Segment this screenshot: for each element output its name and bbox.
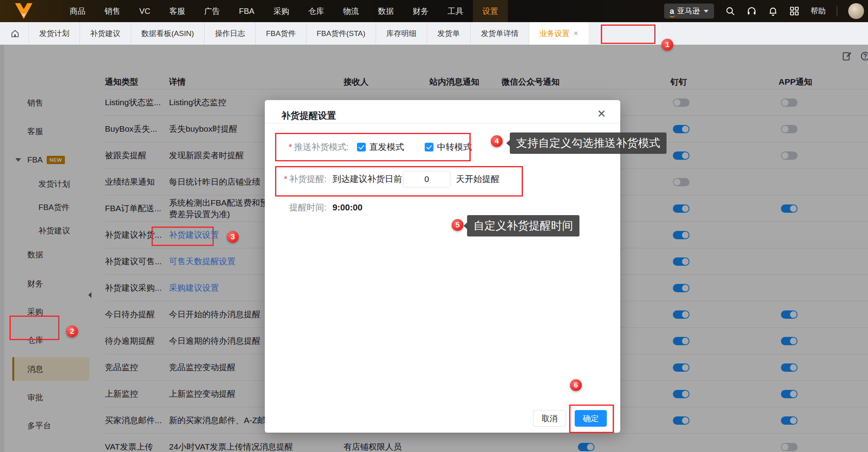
tab-bar: 发货计划 补货建议 数据看板(ASIN) 操作日志 FBA货件 FBA货件(ST… <box>0 22 868 45</box>
tab-fba-shipment[interactable]: FBA货件 <box>255 22 306 45</box>
chevron-down-icon <box>704 10 708 13</box>
nav-item-ads[interactable]: 广告 <box>195 0 230 22</box>
annotation-box-restock-link <box>152 227 214 246</box>
top-nav-right: a 亚马逊 帮助 <box>664 3 868 19</box>
marketplace-label: 亚马逊 <box>677 6 700 16</box>
annotation-step-4: 4 <box>491 135 503 147</box>
apps-grid-icon[interactable] <box>789 6 800 16</box>
nav-item-data[interactable]: 数据 <box>368 0 403 22</box>
reminder-time-label: 提醒时间: <box>279 202 327 214</box>
annotation-step-1: 1 <box>661 39 673 51</box>
divider <box>837 6 837 16</box>
help-link[interactable]: 帮助 <box>811 6 826 16</box>
nav-item-finance[interactable]: 财务 <box>403 0 438 22</box>
nav-item-tools[interactable]: 工具 <box>438 0 473 22</box>
nav-item-vc[interactable]: VC <box>130 0 160 22</box>
headset-icon[interactable] <box>746 6 757 16</box>
nav-item-settings[interactable]: 设置 <box>473 0 508 22</box>
top-nav: 商品 销售 VC 客服 广告 FBA 采购 仓库 物流 数据 财务 工具 设置 … <box>0 0 868 22</box>
cancel-button[interactable]: 取消 <box>533 410 566 427</box>
divider <box>265 123 620 123</box>
notification-bell-icon[interactable] <box>768 6 778 16</box>
nav-item-purchase[interactable]: 采购 <box>264 0 299 22</box>
user-avatar[interactable] <box>848 3 864 19</box>
annotation-box-messages <box>9 316 59 340</box>
reminder-time-field: 提醒时间: 9:00:00 <box>279 199 363 216</box>
nav-item-products[interactable]: 商品 <box>60 0 95 22</box>
brand-logo-icon[interactable] <box>12 2 36 20</box>
nav-item-fba[interactable]: FBA <box>230 0 264 22</box>
dialog-title: 补货提醒设置 <box>281 110 336 122</box>
annotation-tooltip-5: 自定义补货提醒时间 <box>467 215 579 236</box>
app-window: 商品 销售 VC 客服 广告 FBA 采购 仓库 物流 数据 财务 工具 设置 … <box>0 0 868 452</box>
annotation-tooltip-4: 支持自定义勾选推送补货模式 <box>510 132 667 154</box>
tab-close-icon[interactable]: × <box>574 29 578 38</box>
home-icon <box>10 29 20 38</box>
marketplace-selector[interactable]: a 亚马逊 <box>664 4 714 19</box>
tab-restock-suggestion[interactable]: 补货建议 <box>80 22 131 45</box>
nav-item-sales[interactable]: 销售 <box>95 0 130 22</box>
annotation-step-6: 6 <box>570 379 582 391</box>
annotation-box-reminder <box>275 166 523 197</box>
annotation-step-2: 2 <box>66 325 78 337</box>
reminder-time-value: 9:00:00 <box>332 202 363 213</box>
tab-inventory-detail[interactable]: 库存明细 <box>376 22 427 45</box>
annotation-box-active-tab <box>601 25 655 44</box>
nav-item-service[interactable]: 客服 <box>160 0 195 22</box>
search-icon[interactable] <box>725 6 735 16</box>
nav-item-warehouse[interactable]: 仓库 <box>299 0 334 22</box>
annotation-step-3: 3 <box>227 231 239 243</box>
annotation-box-confirm <box>569 405 614 433</box>
annotation-step-5: 5 <box>452 219 463 231</box>
nav-item-logistics[interactable]: 物流 <box>334 0 368 22</box>
annotation-box-push-mode <box>275 133 471 161</box>
tab-shipping-order-detail[interactable]: 发货单详情 <box>470 22 529 45</box>
amazon-logo-icon: a <box>670 7 674 15</box>
tab-operation-log[interactable]: 操作日志 <box>204 22 255 45</box>
tab-business-settings[interactable]: 业务设置 × <box>529 22 589 45</box>
home-tab[interactable] <box>0 22 28 45</box>
dialog-close-icon[interactable]: ✕ <box>597 109 606 119</box>
tab-shipping-order[interactable]: 发货单 <box>427 22 470 45</box>
tab-business-settings-label: 业务设置 <box>539 28 570 39</box>
tab-fba-shipment-sta[interactable]: FBA货件(STA) <box>306 22 376 45</box>
top-nav-menu: 商品 销售 VC 客服 广告 FBA 采购 仓库 物流 数据 财务 工具 设置 <box>60 0 508 22</box>
tab-shipment-plan[interactable]: 发货计划 <box>28 22 80 45</box>
tab-dashboard-asin[interactable]: 数据看板(ASIN) <box>131 22 204 45</box>
